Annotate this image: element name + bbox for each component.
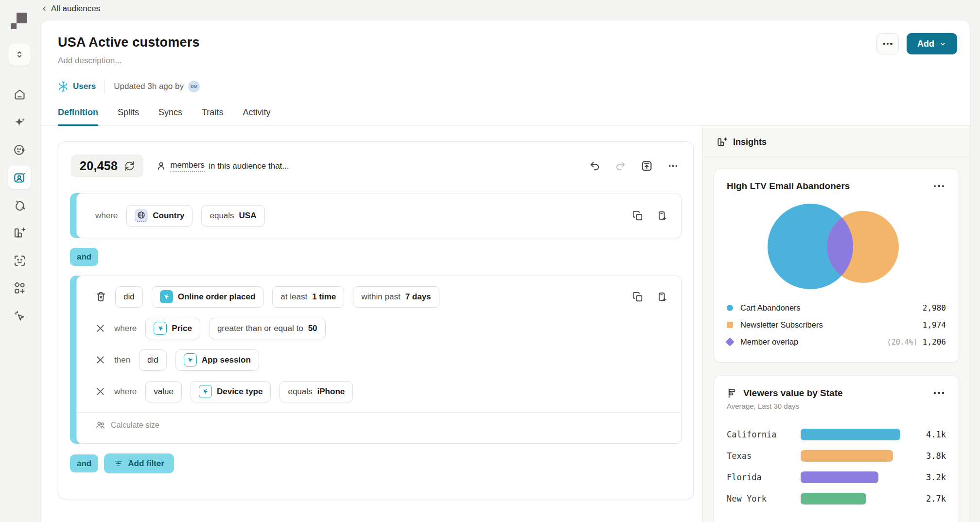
builder-header: 20,458 members in this audience that...: [70, 154, 682, 180]
insights-title: Insights: [733, 137, 767, 147]
venn-diagram: [727, 197, 946, 296]
chip-prefix: at least: [280, 292, 307, 302]
bar-row[interactable]: Texas 3.8k: [727, 450, 946, 462]
redo-button[interactable]: [615, 160, 626, 172]
property-chip-device-type[interactable]: Device type: [191, 381, 271, 402]
remove-filter-button[interactable]: [95, 355, 105, 365]
sidebar-item-actions[interactable]: [8, 304, 31, 328]
chevron-left-icon: [41, 5, 48, 12]
calculate-size-button[interactable]: Calculate size: [77, 412, 681, 437]
property-chip-price[interactable]: Price: [145, 318, 200, 339]
event-chip-app-session[interactable]: App session: [175, 349, 259, 371]
chip-label: Price: [172, 324, 192, 333]
sidebar-item-extensions[interactable]: [8, 277, 31, 300]
breadcrumb[interactable]: All audiences: [41, 4, 100, 14]
time-window-chip[interactable]: within past 7 days: [353, 286, 439, 308]
add-to-clipboard-button[interactable]: [657, 292, 667, 302]
then-did-row: then did App session: [77, 344, 681, 376]
add-button[interactable]: Add: [907, 33, 957, 54]
event-icon: [199, 385, 212, 398]
chip-prefix: equals: [288, 387, 312, 397]
sidebar-item-syncs[interactable]: [8, 193, 31, 217]
add-filter-button[interactable]: Add filter: [104, 453, 174, 473]
venn-legend: Cart Abandoners 2,980 Newsletter Subscri…: [727, 299, 946, 350]
bar-row[interactable]: New York 2.7k: [727, 493, 946, 505]
close-icon: [95, 323, 105, 333]
tab-activity[interactable]: Activity: [243, 107, 270, 125]
description-placeholder[interactable]: Add description...: [58, 56, 957, 66]
ellipsis-icon: [667, 160, 679, 172]
updated-text: Updated 3h ago by DM: [114, 81, 200, 92]
add-to-clipboard-button[interactable]: [657, 210, 667, 221]
lead-word: where: [114, 324, 137, 333]
bar-label: California: [727, 430, 801, 439]
chip-prefix: within past: [361, 292, 400, 302]
duplicate-condition-button[interactable]: [632, 292, 643, 302]
legend-row[interactable]: Newsletter Subscribers 1,974: [727, 316, 946, 333]
and-connector[interactable]: and: [70, 248, 98, 266]
tab-traits[interactable]: Traits: [202, 107, 223, 125]
sidebar-item-home[interactable]: [8, 83, 31, 106]
builder-more-button[interactable]: [667, 160, 679, 172]
card-menu-button[interactable]: [932, 183, 946, 190]
member-count-pill[interactable]: 20,458: [71, 155, 143, 177]
duplicate-condition-button[interactable]: [632, 210, 643, 221]
undo-icon: [589, 160, 600, 172]
remove-filter-button[interactable]: [95, 323, 105, 333]
copy-icon: [632, 292, 643, 302]
property-chip-country[interactable]: Country: [126, 205, 192, 226]
value-chip[interactable]: value: [145, 381, 182, 402]
close-icon: [95, 355, 105, 365]
avatar[interactable]: DM: [188, 81, 200, 92]
bar-row[interactable]: Florida 3.2k: [727, 471, 946, 483]
source-link[interactable]: Users: [58, 81, 96, 92]
remove-filter-button[interactable]: [95, 386, 105, 397]
operator-chip-equals-usa[interactable]: equals USA: [201, 205, 264, 226]
chip-label: Country: [153, 211, 184, 221]
audience-person-card-icon: [13, 171, 26, 184]
chip-label: did: [147, 355, 158, 365]
customer-face-icon: [13, 143, 26, 157]
main-card: USA Active customers Add description... …: [41, 20, 970, 522]
insight-card-title: High LTV Email Abandoners: [727, 181, 850, 191]
sidebar-item-customer-studio[interactable]: [8, 138, 31, 161]
more-menu-button[interactable]: [876, 33, 899, 54]
card-menu-button[interactable]: [932, 390, 946, 396]
refresh-icon[interactable]: [124, 161, 135, 171]
save-snapshot-button[interactable]: [641, 160, 653, 172]
sidebar-item-audiences[interactable]: [8, 166, 31, 189]
event-chip-online-order-placed[interactable]: Online order placed: [152, 286, 264, 308]
audience-header: USA Active customers Add description... …: [41, 20, 970, 126]
legend-row[interactable]: Cart Abandoners 2,980: [727, 299, 946, 316]
bar-row[interactable]: California 4.1k: [727, 429, 946, 440]
members-selector[interactable]: members: [170, 160, 205, 172]
and-connector[interactable]: and: [70, 454, 98, 472]
audience-rule-card: 20,458 members in this audience that...: [58, 141, 694, 499]
chip-label: App session: [202, 355, 251, 365]
sidebar-item-ai[interactable]: [8, 110, 31, 134]
legend-row[interactable]: Member overlap (20.4%)1,206: [727, 333, 946, 350]
workspace-switcher[interactable]: [8, 43, 31, 66]
people-icon: [95, 420, 105, 430]
insight-card-title: Viewers value by State: [743, 388, 843, 399]
delete-condition-button[interactable]: [95, 291, 106, 302]
chevron-down-icon: [939, 40, 946, 48]
sidebar-item-analytics[interactable]: [8, 221, 31, 244]
did-chip[interactable]: did: [139, 349, 167, 371]
operator-chip-equals-iphone[interactable]: equals iPhone: [280, 381, 353, 402]
lead-word: then: [114, 355, 130, 365]
updated-label: Updated 3h ago by: [114, 82, 184, 91]
tab-syncs[interactable]: Syncs: [158, 107, 182, 125]
undo-button[interactable]: [589, 160, 600, 172]
frequency-chip[interactable]: at least 1 time: [272, 286, 344, 308]
sidebar-item-identity[interactable]: [8, 249, 31, 272]
operator-chip-gte-50[interactable]: greater than or equal to 50: [209, 318, 326, 339]
insights-chart-icon: [717, 137, 728, 148]
copy-icon: [632, 210, 643, 221]
tab-splits[interactable]: Splits: [118, 107, 139, 125]
globe-icon: [135, 209, 148, 222]
app-logo[interactable]: [11, 13, 27, 29]
tab-definition[interactable]: Definition: [58, 107, 98, 125]
face-scan-icon: [13, 254, 26, 267]
did-chip[interactable]: did: [115, 286, 143, 308]
